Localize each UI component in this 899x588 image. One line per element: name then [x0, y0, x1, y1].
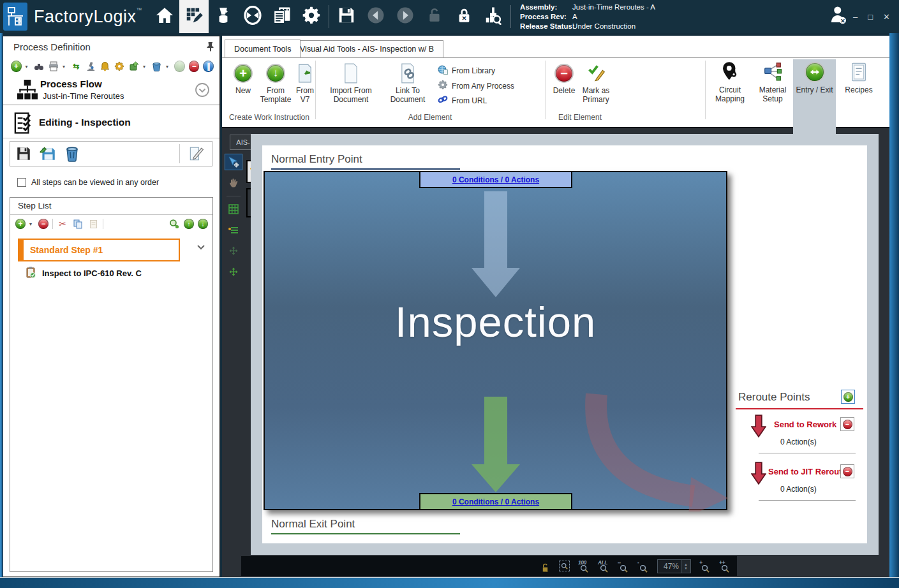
station-search-button[interactable] [479, 0, 508, 33]
close-button[interactable]: ✕ [883, 12, 890, 22]
link-to-document-button[interactable]: Link To Document [383, 62, 433, 104]
add-step-icon[interactable]: + [15, 219, 26, 229]
bucket-dropdown-icon[interactable]: ▾ [166, 64, 170, 70]
save-step-button[interactable] [13, 143, 34, 164]
add-reroute-button[interactable]: + [841, 390, 855, 404]
settings-button[interactable] [297, 0, 326, 33]
zoom-spinner-arrows[interactable]: ▲▼ [681, 560, 690, 573]
from-any-process-button[interactable]: From Any Process [438, 80, 514, 92]
pause-process-icon[interactable]: ∥ [203, 61, 214, 72]
circuit-mapping-tab[interactable]: Circuit Mapping [709, 59, 751, 114]
cut-icon[interactable]: ✂ [57, 218, 68, 230]
process-flow-header[interactable]: Process Flow Just-in-Time Reroutes [3, 76, 219, 105]
move-step-up-icon[interactable]: ↑ [184, 219, 194, 229]
edit-notes-button[interactable] [185, 143, 207, 164]
delete-element-button[interactable]: − Delete [550, 62, 578, 95]
process-definition-button[interactable] [179, 0, 209, 33]
exit-conditions-link[interactable]: 0 Conditions / 0 Actions [452, 497, 539, 506]
remove-reroute-button[interactable]: − [840, 464, 854, 478]
zoom-level-spinner[interactable]: 47% ▲▼ [657, 559, 691, 573]
grid-tool[interactable] [225, 201, 242, 217]
move-step-down-icon[interactable]: ↓ [198, 219, 208, 229]
process-flow-subtitle: Just-in-Time Reroutes [43, 91, 124, 101]
save-button[interactable] [332, 0, 361, 33]
inspect-station-icon[interactable] [85, 61, 96, 72]
new-work-instruction-button[interactable]: + New [228, 62, 258, 95]
reroute-actions-count[interactable]: 0 Action(s) [780, 485, 817, 494]
zoom-level-value[interactable]: 47% [658, 562, 681, 571]
material-setup-tab[interactable]: Material Setup [753, 59, 792, 114]
align-tool[interactable] [225, 222, 242, 239]
add-dropdown-icon[interactable]: ▾ [26, 64, 30, 70]
zoom-out-button[interactable]: - [637, 560, 649, 573]
bucket-icon[interactable] [151, 61, 162, 72]
zoom-marquee-button[interactable] [559, 561, 570, 571]
bell-icon[interactable] [100, 61, 110, 72]
release-status-value: Under Construction [572, 22, 635, 31]
tab-visual-aid-tools[interactable]: Visual Aid Tools - AIS- Inspection w/ B [290, 40, 443, 57]
import-from-document-button[interactable]: Import From Document [322, 62, 380, 104]
select-move-tool[interactable] [225, 154, 242, 170]
home-button[interactable] [150, 0, 179, 33]
remove-step-icon[interactable]: − [38, 219, 48, 229]
remove-reroute-button[interactable]: − [840, 417, 854, 431]
paste-icon[interactable] [87, 218, 99, 230]
from-library-button[interactable]: From Library [438, 64, 495, 77]
copy-icon[interactable] [72, 218, 84, 230]
reroute-actions-count[interactable]: 0 Action(s) [780, 437, 817, 446]
entry-conditions-bar[interactable]: 0 Conditions / 0 Actions [419, 171, 572, 188]
mark-as-primary-button[interactable]: Mark as Primary [579, 62, 613, 104]
step-child-row[interactable]: Inspect to IPC-610 Rev. C [26, 267, 142, 280]
zoom-all-button[interactable]: ALL [598, 560, 609, 573]
order-checkbox[interactable] [17, 178, 26, 187]
exit-conditions-bar[interactable]: 0 Conditions / 0 Actions [419, 493, 572, 510]
feeder-setup-button[interactable] [209, 0, 238, 33]
lock-close-button[interactable]: ✕ [449, 0, 479, 33]
stop-process-icon[interactable]: − [189, 61, 200, 72]
find-icon[interactable] [34, 61, 45, 72]
start-process-icon[interactable] [174, 61, 185, 72]
entry-conditions-link[interactable]: 0 Conditions / 0 Actions [452, 175, 539, 184]
from-v7-button[interactable]: From V7 [293, 62, 316, 104]
zoom-100-button[interactable]: 100 [578, 560, 590, 573]
zoom-in-fast-button[interactable]: ++ [719, 560, 731, 573]
from-template-button[interactable]: ↓ From Template [259, 62, 292, 104]
recipes-tab[interactable]: Recipes [839, 59, 879, 114]
logout-button[interactable]: ✕ [824, 0, 853, 33]
back-button[interactable] [361, 0, 390, 33]
step-item-selected[interactable]: Standard Step #1 [18, 239, 180, 261]
move-free-tool[interactable] [225, 264, 242, 281]
window-controls: – □ ✕ [853, 12, 890, 22]
minimize-button[interactable]: – [853, 12, 858, 22]
print-icon[interactable] [48, 61, 59, 72]
maximize-button[interactable]: □ [868, 12, 873, 22]
gear-badge-icon[interactable] [114, 61, 125, 72]
add-process-icon[interactable]: + [11, 61, 22, 72]
add-step-dropdown-icon[interactable]: ▾ [29, 221, 34, 227]
tab-document-tools[interactable]: Document Tools [225, 40, 301, 57]
expand-down-icon[interactable] [195, 82, 210, 99]
delete-step-button[interactable] [61, 143, 83, 164]
reroute-name[interactable]: Send to JIT Reroute [768, 467, 847, 476]
lock-view-button[interactable] [539, 560, 551, 573]
unlock-button[interactable] [420, 0, 449, 33]
pan-tool[interactable] [225, 175, 242, 191]
sync-button[interactable] [238, 0, 267, 33]
zoom-out-fast-button[interactable]: -- [618, 560, 629, 573]
refresh-process-icon[interactable]: ⇆ [71, 61, 82, 72]
export-dropdown-icon[interactable]: ▾ [143, 64, 147, 70]
zoom-in-button[interactable]: + [699, 560, 711, 573]
save-as-button[interactable] [37, 143, 59, 164]
print-dropdown-icon[interactable]: ▾ [63, 64, 67, 70]
move-snap-tool[interactable] [225, 243, 242, 260]
reroute-name[interactable]: Send to Rework [774, 420, 836, 429]
find-step-icon[interactable] [168, 218, 180, 230]
entry-exit-tab[interactable]: Entry / Exit [793, 59, 836, 128]
from-url-button[interactable]: From URL [438, 95, 487, 106]
forward-button[interactable] [390, 0, 420, 33]
pin-icon[interactable] [206, 41, 215, 54]
process-flow-box[interactable]: Inspection 0 Conditions / 0 Actions 0 Co… [264, 171, 727, 510]
export-process-icon[interactable] [129, 61, 140, 72]
reports-button[interactable] [267, 0, 297, 33]
step-collapse-icon[interactable] [197, 244, 205, 253]
